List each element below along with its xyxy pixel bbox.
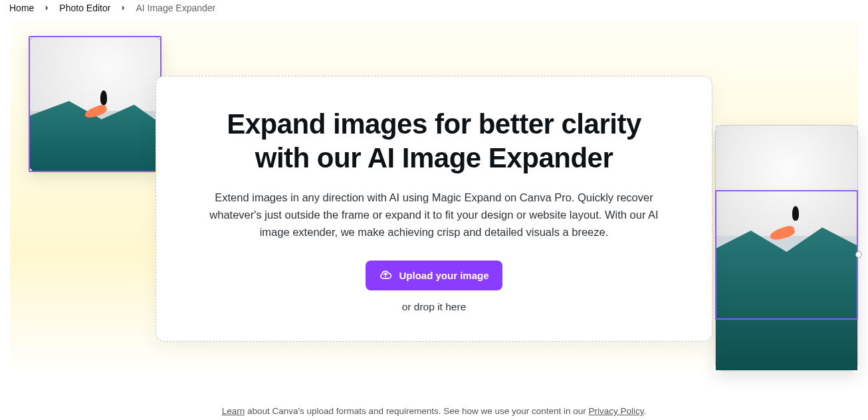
preview-image-after — [715, 125, 858, 371]
footer-text: about Canva's upload formats and require… — [245, 406, 588, 416]
footer-note: Learn about Canva's upload formats and r… — [0, 406, 868, 416]
preview-surfer — [100, 90, 107, 105]
preview-sky — [30, 37, 160, 111]
hero-title: Expand images for better clarity with ou… — [196, 107, 672, 175]
breadcrumb-current: AI Image Expander — [136, 3, 215, 13]
cloud-upload-icon — [379, 268, 392, 283]
breadcrumb-home[interactable]: Home — [9, 3, 34, 13]
breadcrumb-photo-editor[interactable]: Photo Editor — [59, 3, 110, 13]
crop-corner-icon[interactable] — [850, 363, 859, 372]
drop-hint: or drop it here — [196, 301, 672, 313]
chevron-right-icon — [120, 3, 126, 13]
upload-button-label: Upload your image — [399, 270, 488, 281]
preview-sky — [715, 125, 858, 236]
chevron-right-icon — [43, 3, 50, 13]
hero-section: Expand images for better clarity with ou… — [10, 21, 858, 380]
preview-image-before — [29, 36, 162, 172]
upload-card[interactable]: Expand images for better clarity with ou… — [156, 76, 712, 342]
preview-water — [715, 219, 858, 371]
privacy-policy-link[interactable]: Privacy Policy — [589, 406, 644, 416]
crop-corner-icon[interactable] — [850, 124, 859, 133]
crop-corner-icon[interactable] — [714, 124, 723, 133]
breadcrumb: Home Photo Editor AI Image Expander — [0, 0, 868, 21]
learn-link[interactable]: Learn — [222, 406, 245, 416]
hero-description: Extend images in any direction with AI u… — [196, 189, 672, 241]
footer-period: . — [644, 406, 647, 416]
upload-button[interactable]: Upload your image — [366, 261, 502, 290]
preview-surfer — [792, 206, 799, 221]
resize-handle-icon[interactable] — [855, 251, 862, 258]
crop-corner-icon[interactable] — [714, 363, 723, 372]
